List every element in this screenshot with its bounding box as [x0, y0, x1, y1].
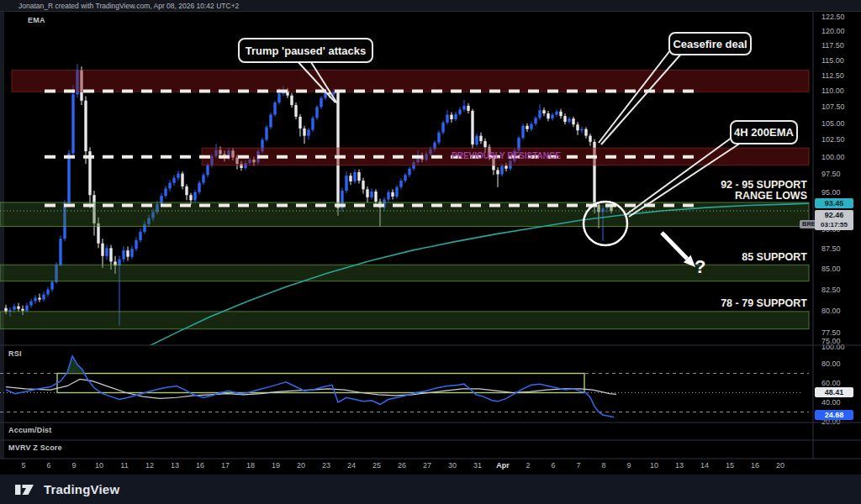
rsi-line[interactable] — [6, 356, 614, 417]
candle-down[interactable] — [391, 192, 394, 197]
rsi-ma-line[interactable] — [6, 379, 616, 398]
candle-up[interactable] — [458, 109, 461, 113]
candle-up[interactable] — [105, 248, 108, 255]
indicator-label-ema[interactable]: EMA — [28, 16, 45, 24]
candle-down[interactable] — [526, 126, 528, 129]
candle-up[interactable] — [551, 115, 553, 119]
candle-down[interactable] — [471, 111, 473, 144]
candle-up[interactable] — [50, 282, 53, 290]
candle-up[interactable] — [345, 176, 347, 191]
candle-down[interactable] — [21, 309, 24, 311]
candle-down[interactable] — [303, 129, 305, 136]
zone-support-78-79[interactable] — [0, 312, 809, 329]
candle-down[interactable] — [572, 118, 574, 124]
candle-up[interactable] — [320, 98, 322, 108]
candle-up[interactable] — [59, 239, 61, 265]
candle-down[interactable] — [479, 136, 482, 141]
candle-up[interactable] — [555, 112, 557, 115]
candle-up[interactable] — [399, 181, 402, 187]
candle-up[interactable] — [568, 118, 570, 122]
candle-down[interactable] — [298, 117, 301, 129]
candle-up[interactable] — [534, 118, 536, 123]
candle-up[interactable] — [475, 136, 478, 144]
candle-up[interactable] — [42, 295, 45, 300]
candle-up[interactable] — [198, 183, 200, 192]
candle-up[interactable] — [172, 178, 175, 183]
candle-down[interactable] — [563, 116, 566, 122]
candle-down[interactable] — [504, 165, 507, 168]
candle-down[interactable] — [17, 307, 19, 309]
callout-box-0[interactable]: Trump 'paused' attacks — [238, 38, 373, 63]
candle-up[interactable] — [122, 250, 124, 259]
candle-up[interactable] — [67, 154, 70, 203]
candle-down[interactable] — [366, 189, 368, 197]
indicator-label-rsi[interactable]: RSI — [8, 349, 22, 358]
label-support-78-79[interactable]: 78 - 79 SUPPORT — [721, 298, 807, 309]
candle-up[interactable] — [164, 188, 166, 196]
candle-up[interactable] — [408, 169, 410, 176]
candles-layer[interactable] — [4, 64, 612, 325]
candle-up[interactable] — [168, 183, 171, 189]
candle-up[interactable] — [500, 165, 503, 174]
candle-down[interactable] — [584, 129, 587, 136]
candle-down[interactable] — [467, 106, 469, 111]
candle-down[interactable] — [496, 170, 499, 174]
candle-up[interactable] — [206, 165, 209, 176]
candle-down[interactable] — [547, 113, 549, 118]
candle-up[interactable] — [521, 126, 524, 138]
chart-canvas[interactable] — [0, 0, 861, 504]
candle-up[interactable] — [34, 298, 36, 302]
candle-up[interactable] — [139, 232, 141, 240]
candle-down[interactable] — [290, 96, 293, 105]
question-mark-annotation[interactable]: ? — [695, 256, 705, 278]
candle-down[interactable] — [589, 136, 591, 142]
candle-up[interactable] — [177, 174, 179, 178]
candle-up[interactable] — [311, 118, 314, 129]
candle-down[interactable] — [4, 308, 7, 312]
candle-up[interactable] — [454, 114, 457, 119]
candle-up[interactable] — [71, 94, 74, 153]
candle-up[interactable] — [29, 302, 32, 306]
candle-down[interactable] — [189, 195, 192, 200]
label-support-92-95[interactable]: 92 - 95 SUPPORT RANGE LOWS — [721, 180, 807, 202]
candle-down[interactable] — [349, 176, 351, 181]
zone-resistance-high[interactable] — [12, 71, 809, 92]
rsi-range-box[interactable] — [57, 374, 584, 393]
candle-up[interactable] — [193, 192, 196, 201]
candle-up[interactable] — [538, 110, 541, 118]
indicator-label-accum-dist[interactable]: Accum/Dist — [8, 426, 52, 434]
candle-down[interactable] — [362, 181, 364, 189]
tradingview-logo-icon[interactable] — [15, 482, 35, 497]
candle-up[interactable] — [580, 129, 583, 131]
candle-up[interactable] — [13, 307, 15, 310]
candle-up[interactable] — [370, 192, 372, 197]
candle-down[interactable] — [450, 115, 452, 119]
rsi-pane-layer[interactable] — [0, 356, 809, 417]
candle-up[interactable] — [202, 175, 204, 182]
candle-up[interactable] — [462, 106, 465, 110]
callout-box-2[interactable]: 4H 200EMA — [730, 120, 798, 144]
candle-up[interactable] — [387, 192, 389, 200]
candle-down[interactable] — [294, 105, 297, 117]
candle-up[interactable] — [307, 130, 309, 136]
callout-box-1[interactable]: Ceasefire deal — [668, 32, 752, 55]
candle-up[interactable] — [395, 187, 398, 197]
label-support-85[interactable]: 85 SUPPORT — [742, 252, 807, 263]
candle-up[interactable] — [265, 127, 267, 139]
supply-demand-zones-layer[interactable] — [0, 71, 809, 329]
candle-up[interactable] — [269, 115, 272, 128]
candle-down[interactable] — [126, 250, 129, 257]
candle-up[interactable] — [441, 123, 444, 133]
candle-up[interactable] — [437, 133, 440, 143]
candle-up[interactable] — [277, 93, 280, 102]
candle-down[interactable] — [559, 112, 562, 116]
candle-down[interactable] — [109, 248, 112, 261]
candle-up[interactable] — [130, 249, 133, 256]
candle-up[interactable] — [135, 240, 137, 249]
candle-down[interactable] — [101, 244, 103, 256]
candle-down[interactable] — [357, 172, 360, 181]
candle-down[interactable] — [185, 186, 188, 195]
tradingview-wordmark[interactable]: TradingView — [44, 482, 119, 496]
candle-down[interactable] — [84, 101, 87, 151]
candle-up[interactable] — [273, 102, 276, 115]
